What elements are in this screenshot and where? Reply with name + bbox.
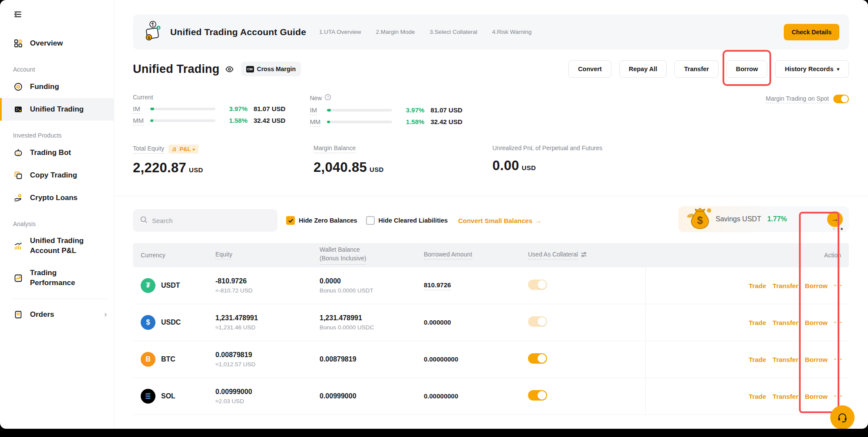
- unrealized-pnl-label: Unrealized PnL of Perpetual and Futures: [492, 145, 602, 151]
- im-label: IM: [310, 106, 317, 115]
- pnl-badge-label: P&L: [179, 146, 191, 152]
- sidebar-item-uta-pnl[interactable]: Unified Trading Account P&L: [0, 230, 114, 262]
- more-actions-icon[interactable]: ···: [834, 281, 843, 290]
- trade-link[interactable]: Trade: [749, 282, 766, 289]
- margin-balance-block: Margin Balance 2,040.85USD: [314, 145, 492, 176]
- borrow-link[interactable]: Borrow: [805, 319, 828, 326]
- col-wallet-line1: Wallet Balance: [320, 246, 424, 254]
- trade-link[interactable]: Trade: [749, 356, 766, 363]
- current-margin-block: Current IM 3.97% 81.07 USD MM 1.58% 32.4…: [133, 94, 285, 125]
- transfer-link[interactable]: Transfer: [772, 319, 798, 326]
- history-records-button[interactable]: History Records ▾: [775, 60, 849, 78]
- collateral-toggle[interactable]: [528, 353, 547, 364]
- more-actions-icon[interactable]: ···: [834, 355, 843, 364]
- collateral-toggle[interactable]: [528, 279, 547, 290]
- guide-banner-title: Unified Trading Account Guide: [170, 27, 306, 37]
- convert-button[interactable]: Convert: [568, 60, 611, 78]
- collateral-toggle[interactable]: [528, 316, 547, 327]
- convert-small-balances-link[interactable]: Convert Small Balances →: [458, 217, 541, 224]
- trade-link[interactable]: Trade: [749, 393, 766, 400]
- eye-icon[interactable]: [225, 65, 234, 74]
- sidebar-item-label: Orders: [30, 310, 54, 319]
- hide-cleared-liabilities-label: Hide Cleared Liabilities: [379, 217, 448, 224]
- svg-text:$: $: [148, 36, 150, 40]
- guide-step-1: 1.UTA Overview: [319, 29, 361, 35]
- svg-text:?: ?: [327, 95, 329, 99]
- margin-trading-on-spot-toggle[interactable]: [833, 95, 849, 103]
- sol-coin-icon: [141, 389, 155, 404]
- savings-arrow-button[interactable]: →: [827, 211, 843, 227]
- chevron-right-icon: ›: [104, 310, 107, 319]
- borrow-link[interactable]: Borrow: [805, 356, 828, 363]
- convert-small-balances-label: Convert Small Balances: [458, 217, 532, 224]
- guide-wallet-illustration-icon: $$: [142, 20, 163, 44]
- im-percent: 3.97%: [221, 105, 248, 112]
- im-value: 81.07 USD: [254, 105, 285, 112]
- hide-zero-balances-label: Hide Zero Balances: [299, 217, 357, 224]
- currency-symbol: BTC: [161, 355, 175, 363]
- trade-link[interactable]: Trade: [749, 319, 766, 326]
- borrowed-amount: 0.00000000: [424, 392, 458, 400]
- sidebar-item-crypto-loans[interactable]: Crypto Loans: [0, 187, 114, 209]
- transfer-link[interactable]: Transfer: [772, 356, 798, 363]
- borrow-button[interactable]: Borrow: [726, 60, 768, 78]
- sidebar-divider: [13, 299, 107, 299]
- unrealized-pnl-block: Unrealized PnL of Perpetual and Futures …: [492, 145, 602, 176]
- margin-balance-label: Margin Balance: [314, 145, 356, 153]
- sidebar-item-orders[interactable]: Orders ›: [0, 303, 114, 326]
- sidebar-collapse-icon[interactable]: [13, 10, 23, 21]
- cross-margin-icon: CM: [246, 66, 254, 72]
- borrow-link[interactable]: Borrow: [805, 393, 828, 400]
- orders-icon: [13, 309, 23, 320]
- savings-promo-banner[interactable]: $ Savings USDT 1.77% →: [678, 206, 849, 232]
- total-equity-label: Total Equity: [133, 145, 164, 154]
- sidebar-item-copy-trading[interactable]: Copy Trading: [0, 164, 114, 187]
- copy-trading-icon: [13, 170, 23, 181]
- margin-balance-unit: USD: [370, 166, 384, 173]
- im-percent: 3.97%: [397, 106, 424, 114]
- check-details-button[interactable]: Check Details: [784, 24, 839, 40]
- unrealized-pnl-value: 0.00: [492, 158, 519, 173]
- transfer-button[interactable]: Transfer: [674, 60, 718, 78]
- trading-performance-icon: [13, 273, 23, 283]
- more-actions-icon[interactable]: ···: [834, 318, 843, 327]
- hide-cleared-liabilities-checkbox[interactable]: Hide Cleared Liabilities: [366, 216, 448, 225]
- collateral-settings-icon[interactable]: [581, 251, 587, 259]
- sidebar-item-funding[interactable]: Funding: [0, 76, 114, 98]
- carousel-dots: [833, 228, 843, 230]
- table-row-usdc: $ USDC 1,231.478991≈1,231.46 USD 1,231.4…: [133, 304, 849, 341]
- sidebar-item-overview[interactable]: Overview: [0, 32, 114, 55]
- pnl-bars-icon: [172, 147, 177, 152]
- currency-symbol: USDT: [161, 282, 180, 289]
- sidebar-section-account: Account: [0, 66, 114, 73]
- mm-label: MM: [310, 118, 320, 127]
- borrow-link[interactable]: Borrow: [805, 282, 828, 289]
- mm-percent: 1.58%: [397, 118, 424, 125]
- col-action: Action: [645, 252, 849, 259]
- sidebar-item-unified-trading[interactable]: Unified Trading: [0, 98, 114, 121]
- guide-step-3: 3.Select Collateral: [430, 29, 478, 35]
- wallet-balance: 1,231.478991: [320, 314, 424, 322]
- collateral-toggle[interactable]: [528, 390, 547, 401]
- transfer-link[interactable]: Transfer: [772, 393, 798, 400]
- wallet-bonus: Bonus 0.0000 USDC: [320, 324, 424, 331]
- sidebar-item-trading-performance[interactable]: Trading Performance: [0, 262, 114, 294]
- search-input[interactable]: [152, 217, 271, 224]
- btc-coin-icon: B: [141, 352, 155, 367]
- usdt-coin-icon: ₮: [141, 278, 155, 293]
- question-circle-icon[interactable]: ?: [324, 94, 331, 102]
- sidebar: Overview Account Funding Unified Trading…: [0, 0, 114, 429]
- hide-zero-balances-checkbox[interactable]: Hide Zero Balances: [286, 216, 357, 225]
- guide-step-2: 2.Margin Mode: [376, 29, 415, 35]
- transfer-link[interactable]: Transfer: [772, 282, 798, 289]
- cross-margin-badge[interactable]: CM Cross Margin: [241, 62, 301, 76]
- more-actions-icon[interactable]: ···: [834, 392, 843, 401]
- currency-symbol: SOL: [161, 392, 175, 400]
- sidebar-item-trading-bot[interactable]: Trading Bot: [0, 141, 114, 164]
- repay-all-button[interactable]: Repay All: [619, 60, 667, 78]
- support-headset-button[interactable]: [830, 405, 855, 429]
- borrowed-amount: 0.000000: [424, 319, 451, 326]
- usdc-coin-icon: $: [141, 315, 155, 330]
- pnl-badge[interactable]: P&L ▸: [168, 145, 198, 154]
- equity-usd: ≈1,012.57 USD: [215, 361, 320, 368]
